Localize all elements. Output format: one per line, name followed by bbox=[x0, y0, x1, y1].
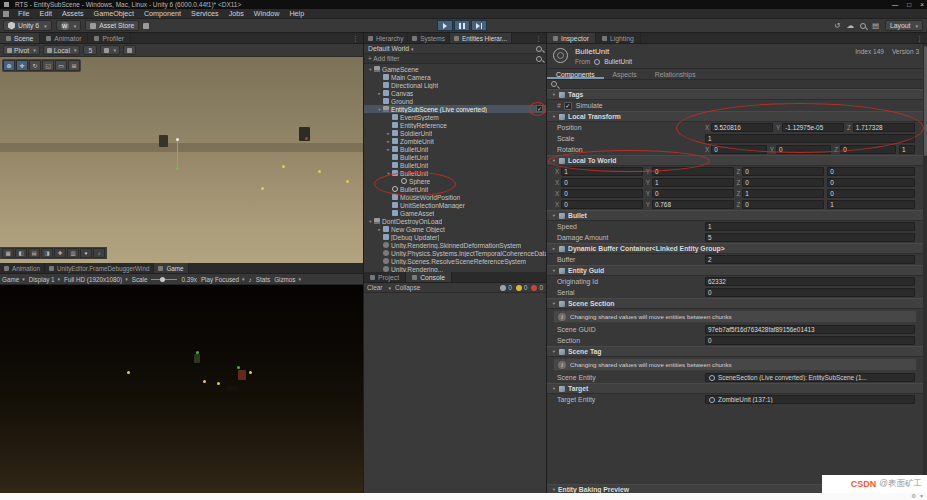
overlay-button-4[interactable]: ✚ bbox=[54, 248, 66, 258]
game-toolbar-scale[interactable]: Scale bbox=[132, 276, 148, 283]
tree-item-gamescene[interactable]: ▾GameScene bbox=[364, 65, 546, 73]
tree-item-unity-scenes-resolvescenereferencesystem[interactable]: Unity.Scenes.ResolveSceneReferenceSystem bbox=[364, 257, 546, 265]
console-body[interactable] bbox=[364, 293, 546, 500]
value-field[interactable]: 1 bbox=[561, 167, 643, 176]
foldout-arrow-icon[interactable]: ▾ bbox=[550, 301, 558, 306]
value-field[interactable]: 2 bbox=[705, 255, 915, 264]
section-local-to-world[interactable]: ▾Local To World bbox=[547, 155, 923, 166]
foldout-arrow-icon[interactable]: ▸ bbox=[376, 91, 383, 96]
value-field[interactable]: 0 bbox=[742, 178, 824, 187]
foldout-arrow-icon[interactable]: ▾ bbox=[550, 158, 558, 163]
tool-button-0[interactable]: ⊚ bbox=[3, 60, 15, 71]
tool-button-4[interactable]: ▭ bbox=[55, 60, 67, 71]
tab-components[interactable]: Components bbox=[547, 69, 604, 79]
tree-item-entityreference[interactable]: EntityReference bbox=[364, 121, 546, 129]
overlay-button-6[interactable]: ● bbox=[80, 248, 92, 258]
tab-hierarchy[interactable]: Hierarchy bbox=[364, 33, 408, 43]
add-filter-button[interactable]: + Add filter bbox=[368, 55, 399, 62]
value-field[interactable]: 1.717328 bbox=[853, 123, 915, 132]
scene-viewport[interactable]: ⊚✛↻◱▭⊞ ▦◧▤◨✚▥●♪ bbox=[0, 57, 363, 263]
mute-audio-icon[interactable]: ♪ bbox=[249, 276, 252, 283]
tab-inspector[interactable]: Inspector bbox=[547, 33, 596, 43]
overlay-button-3[interactable]: ◨ bbox=[41, 248, 53, 258]
value-field[interactable]: 1 bbox=[899, 145, 915, 154]
zoom-slider[interactable] bbox=[151, 275, 177, 283]
maximize-button[interactable]: □ bbox=[907, 0, 911, 9]
value-field[interactable]: 97eb7af5f16d763428faf89156e01413 bbox=[705, 325, 915, 334]
checkbox-simulate[interactable]: ✓ bbox=[564, 102, 572, 110]
value-field[interactable]: 0 bbox=[827, 189, 915, 198]
menu-jobs[interactable]: Jobs bbox=[224, 9, 249, 18]
game-viewport[interactable] bbox=[0, 285, 363, 493]
game-toolbar-gizmos[interactable]: Gizmos▾ bbox=[274, 276, 301, 283]
foldout-arrow-icon[interactable]: ▸ bbox=[376, 227, 383, 232]
console-counter-warn[interactable]: 0 bbox=[516, 284, 528, 291]
scene-kebab-icon[interactable]: ⋮ bbox=[348, 33, 363, 43]
handle-rotation-dropdown[interactable]: Local▾ bbox=[43, 45, 81, 55]
pivot-dropdown[interactable]: Pivot▾ bbox=[3, 45, 40, 55]
tree-item-soldierunit[interactable]: ▸SoldierUnit bbox=[364, 129, 546, 137]
tree-item-sphere[interactable]: Sphere bbox=[364, 177, 546, 185]
from-entity-link[interactable]: BulletUnit bbox=[604, 58, 632, 65]
inspector-kebab-icon[interactable]: ⋮ bbox=[912, 33, 927, 43]
foldout-arrow-icon[interactable]: ▸ bbox=[385, 147, 392, 152]
foldout-arrow-icon[interactable]: ▾ bbox=[376, 107, 383, 112]
entity-ref-scene-entity[interactable]: SceneSection (Live converted): EntitySub… bbox=[705, 373, 915, 382]
tree-item-bulletunit[interactable]: ▾BulletUnit bbox=[364, 169, 546, 177]
search-icon[interactable] bbox=[536, 56, 542, 62]
value-field[interactable]: 0 bbox=[742, 167, 824, 176]
section-scene-tag[interactable]: ▾Scene Tag bbox=[547, 346, 923, 357]
scrollbar-thumb[interactable] bbox=[924, 46, 927, 156]
foldout-arrow-icon[interactable]: ▾ bbox=[550, 92, 558, 97]
slider-knob[interactable] bbox=[160, 277, 165, 282]
value-field[interactable]: 0 bbox=[827, 178, 915, 187]
overlay-button-0[interactable]: ▦ bbox=[2, 248, 14, 258]
tab-animator[interactable]: Animator bbox=[40, 33, 88, 43]
tree-item-bulletunit[interactable]: ▸BulletUnit bbox=[364, 145, 546, 153]
tab-game[interactable]: Game bbox=[154, 263, 188, 273]
unity-version-badge[interactable]: Unity 6 ▾ bbox=[3, 20, 52, 31]
cloud-icon[interactable]: ☁ bbox=[846, 21, 854, 30]
value-field[interactable]: 0 bbox=[705, 336, 915, 345]
tree-item-main-camera[interactable]: Main Camera bbox=[364, 73, 546, 81]
value-field[interactable]: 0 bbox=[561, 200, 643, 209]
tree-item-canvas[interactable]: ▸Canvas bbox=[364, 89, 546, 97]
value-field[interactable]: 0 bbox=[840, 145, 896, 154]
value-field[interactable]: -1.12975e-05 bbox=[782, 123, 844, 132]
undo-history-icon[interactable]: ↺ bbox=[834, 21, 840, 30]
tree-item-unity-rendering-skinneddeformationsystem[interactable]: Unity.Rendering.SkinnedDeformationSystem bbox=[364, 241, 546, 249]
tree-item-unity-rendering[interactable]: Unity.Rendering... bbox=[364, 265, 546, 272]
menu-gameobject[interactable]: GameObject bbox=[89, 9, 139, 18]
foldout-arrow-icon[interactable]: ▾ bbox=[550, 349, 558, 354]
section-entity-guid[interactable]: ▾Entity Guid bbox=[547, 265, 923, 276]
value-field[interactable]: 62332 bbox=[705, 277, 915, 286]
tab-entities-hierarchy[interactable]: Entities Hierar... bbox=[450, 33, 512, 43]
overlay-button-7[interactable]: ♪ bbox=[93, 248, 105, 258]
section-dynamic-buffer-container-linked-entity-group[interactable]: ▸Dynamic Buffer Container<Linked Entity … bbox=[547, 243, 923, 254]
value-field[interactable]: 0 bbox=[561, 178, 643, 187]
tab-frame-debugger[interactable]: UnityEditor.FrameDebuggerWind bbox=[45, 263, 154, 273]
inspector-scrollbar[interactable] bbox=[923, 44, 927, 500]
foldout-arrow-icon[interactable]: ▸ bbox=[385, 131, 392, 136]
value-field[interactable]: 1 bbox=[827, 200, 915, 209]
foldout-arrow-icon[interactable]: ▾ bbox=[385, 171, 392, 176]
foldout-arrow-icon[interactable]: ▾ bbox=[550, 386, 558, 391]
value-field[interactable]: 0 bbox=[776, 145, 831, 154]
value-field[interactable]: 0.768 bbox=[652, 200, 734, 209]
tab-animation[interactable]: Animation bbox=[0, 263, 45, 273]
tree-item-directional-light[interactable]: Directional Light bbox=[364, 81, 546, 89]
tree-item-entitysubscene-live-converted[interactable]: ▾EntitySubScene (Live converted)✓ bbox=[364, 105, 546, 113]
tree-item-new-game-object[interactable]: ▸New Game Object bbox=[364, 225, 546, 233]
value-field[interactable]: 5 bbox=[705, 233, 915, 242]
console-counter-error[interactable]: 0 bbox=[531, 284, 543, 291]
menu-component[interactable]: Component bbox=[139, 9, 186, 18]
game-toolbar-play-focused[interactable]: Play Focused▾ bbox=[201, 276, 245, 283]
console-collapse-toggle[interactable]: Collapse bbox=[395, 284, 420, 291]
tab-lighting[interactable]: Lighting bbox=[596, 33, 641, 43]
hierarchy-kebab-icon[interactable]: ⋮ bbox=[531, 33, 546, 43]
search-icon[interactable] bbox=[860, 23, 866, 29]
tree-item-bulletunit[interactable]: BulletUnit bbox=[364, 153, 546, 161]
value-field[interactable]: 1 bbox=[705, 222, 915, 231]
value-field[interactable]: 0 bbox=[705, 288, 915, 297]
layers-icon[interactable]: ▤ bbox=[872, 21, 879, 30]
